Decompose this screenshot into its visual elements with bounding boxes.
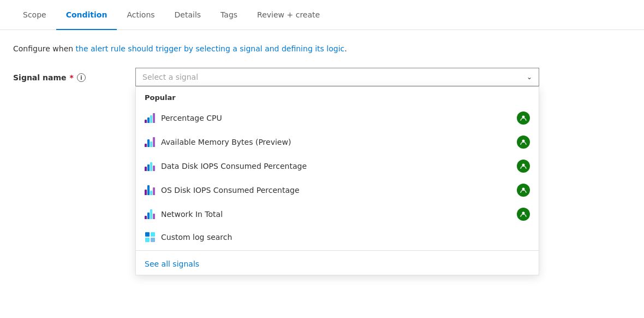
cpu-signal-icon [145, 113, 156, 123]
os-disk-signal-icon [145, 185, 156, 195]
dropdown-item-os-disk[interactable]: OS Disk IOPS Consumed Percentage [136, 178, 539, 202]
os-disk-badge-icon [517, 184, 530, 197]
custom-log-signal-icon [145, 232, 156, 243]
required-marker: * [70, 73, 74, 82]
signal-name-label-text: Signal name [13, 73, 67, 82]
signal-dropdown-trigger[interactable]: Select a signal ⌄ [135, 68, 539, 86]
dropdown-item-cpu[interactable]: Percentage CPU [136, 106, 539, 130]
chevron-down-icon: ⌄ [527, 73, 532, 81]
description-suffix: . [344, 44, 347, 53]
nav-item-review-create[interactable]: Review + create [247, 0, 330, 30]
dropdown-item-disk-iops[interactable]: Data Disk IOPS Consumed Percentage [136, 154, 539, 178]
network-item-label: Network In Total [161, 210, 511, 219]
svg-rect-5 [145, 232, 150, 237]
os-disk-item-label: OS Disk IOPS Consumed Percentage [161, 186, 511, 195]
disk-iops-signal-icon [145, 161, 156, 171]
dropdown-panel: Popular Percentage CPU [135, 86, 539, 275]
info-icon[interactable]: i [77, 73, 86, 82]
dropdown-divider [136, 250, 539, 251]
description-prefix: Configure when [13, 44, 76, 53]
nav-item-actions[interactable]: Actions [117, 0, 164, 30]
cpu-badge-icon [517, 111, 530, 125]
dropdown-item-custom-log[interactable]: Custom log search [136, 226, 539, 248]
memory-badge-icon [517, 136, 530, 149]
dropdown-placeholder: Select a signal [142, 73, 198, 81]
network-signal-icon [145, 209, 156, 219]
svg-rect-7 [145, 238, 150, 242]
disk-iops-item-label: Data Disk IOPS Consumed Percentage [161, 162, 511, 170]
see-all-signals-link[interactable]: See all signals [136, 253, 539, 275]
signal-dropdown-container: Select a signal ⌄ Popular Percentage CPU [135, 68, 539, 86]
signal-name-label: Signal name * i [13, 68, 122, 82]
dropdown-item-network[interactable]: Network In Total [136, 202, 539, 226]
memory-item-label: Available Memory Bytes (Preview) [161, 138, 511, 146]
nav-bar: Scope Condition Actions Details Tags Rev… [0, 0, 644, 30]
memory-signal-icon [145, 137, 156, 147]
custom-log-item-label: Custom log search [161, 233, 530, 242]
dropdown-item-memory[interactable]: Available Memory Bytes (Preview) [136, 130, 539, 154]
description-text: Configure when the alert rule should tri… [13, 43, 631, 55]
nav-item-tags[interactable]: Tags [211, 0, 247, 30]
svg-rect-8 [151, 238, 155, 242]
description-highlighted: the alert rule should trigger by selecti… [76, 44, 345, 53]
network-badge-icon [517, 208, 530, 221]
disk-iops-badge-icon [517, 160, 530, 173]
cpu-item-label: Percentage CPU [161, 114, 511, 122]
signal-name-field-row: Signal name * i Select a signal ⌄ Popula… [13, 68, 631, 86]
main-content: Configure when the alert rule should tri… [0, 30, 644, 86]
dropdown-section-popular: Popular [136, 87, 539, 106]
svg-rect-6 [151, 232, 155, 237]
nav-item-scope[interactable]: Scope [13, 0, 56, 30]
nav-item-condition[interactable]: Condition [56, 0, 117, 30]
nav-item-details[interactable]: Details [165, 0, 211, 30]
